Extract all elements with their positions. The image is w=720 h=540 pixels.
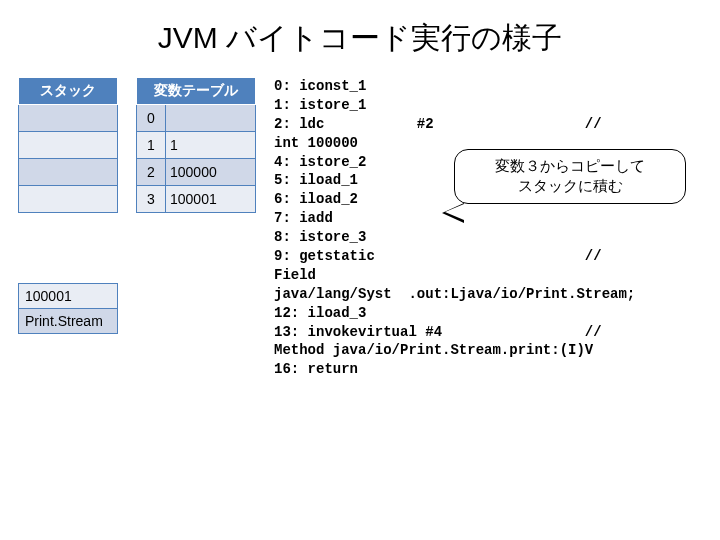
code-line: Field: [274, 267, 316, 283]
stack-column: スタック 100001 Print.Stream: [18, 77, 118, 334]
slide-title: JVM バイトコード実行の様子: [0, 18, 720, 59]
stack-header: スタック: [19, 78, 118, 105]
code-line: 13: invokevirtual #4 //: [274, 324, 602, 340]
code-line: 0: iconst_1: [274, 78, 366, 94]
stack-lower-cell: Print.Stream: [19, 309, 118, 334]
stack-table: スタック: [18, 77, 118, 213]
code-line: 2: ldc #2 //: [274, 116, 602, 132]
var-idx: 1: [137, 132, 166, 159]
content-row: スタック 100001 Print.Stream 変数テーブル 0 1 1 2: [0, 77, 720, 379]
stack-cell: [19, 132, 118, 159]
var-val: [166, 105, 256, 132]
code-line: 12: iload_3: [274, 305, 366, 321]
stack-lower-table: 100001 Print.Stream: [18, 283, 118, 334]
code-line: java/lang/Syst .out:Ljava/io/Print.Strea…: [274, 286, 635, 302]
code-line: 4: istore_2: [274, 154, 366, 170]
code-line: 9: getstatic //: [274, 248, 602, 264]
vartable-column: 変数テーブル 0 1 1 2 100000 3 100001: [136, 77, 256, 213]
code-line: int 100000: [274, 135, 358, 151]
callout-line1: 変数３からコピーして: [465, 156, 675, 176]
stack-lower-cell: 100001: [19, 284, 118, 309]
callout-line2: スタックに積む: [465, 176, 675, 196]
code-line: 5: iload_1: [274, 172, 358, 188]
var-val: 100001: [166, 186, 256, 213]
var-idx: 0: [137, 105, 166, 132]
code-line: 1: istore_1: [274, 97, 366, 113]
code-line: 7: iadd: [274, 210, 333, 226]
stack-cell: [19, 159, 118, 186]
var-idx: 3: [137, 186, 166, 213]
variable-table: 変数テーブル 0 1 1 2 100000 3 100001: [136, 77, 256, 213]
code-line: 6: iload_2: [274, 191, 358, 207]
code-line: 8: istore_3: [274, 229, 366, 245]
code-line: Method java/io/Print.Stream.print:(I)V: [274, 342, 593, 358]
bytecode-listing: 0: iconst_1 1: istore_1 2: ldc #2 // int…: [274, 77, 702, 379]
var-val: 1: [166, 132, 256, 159]
callout-tail-inner: [445, 204, 464, 220]
callout-bubble: 変数３からコピーして スタックに積む: [454, 149, 686, 204]
code-line: 16: return: [274, 361, 358, 377]
stack-cell: [19, 186, 118, 213]
stack-cell: [19, 105, 118, 132]
vartable-header: 変数テーブル: [137, 78, 256, 105]
bytecode-column: 変数３からコピーして スタックに積む 0: iconst_1 1: istore…: [274, 77, 702, 379]
var-val: 100000: [166, 159, 256, 186]
var-idx: 2: [137, 159, 166, 186]
